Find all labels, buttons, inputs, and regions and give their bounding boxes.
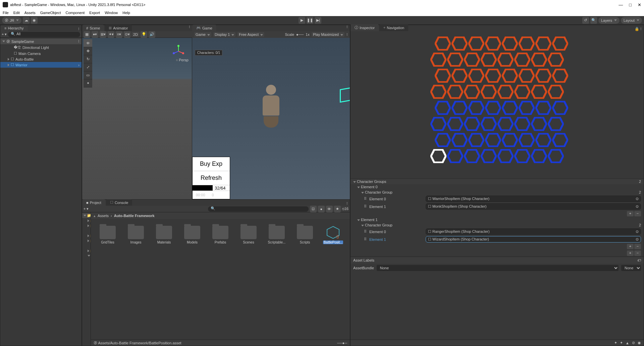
list-item[interactable]: ⠿Element 0 ☐ WarriorShopItem (Shop Chara… bbox=[351, 195, 644, 203]
cloud-icon[interactable]: ☁ bbox=[23, 17, 30, 24]
rotate-tool[interactable]: ↻ bbox=[84, 55, 92, 63]
add-button[interactable]: + bbox=[627, 211, 634, 216]
project-tree-item[interactable]: 📁 Fusion bbox=[82, 273, 91, 278]
breadcrumb-item[interactable]: Assets bbox=[98, 214, 109, 218]
menu-window[interactable]: Window bbox=[105, 11, 118, 15]
account-dropdown[interactable]: ⦿ JR bbox=[2, 17, 21, 24]
display-dropdown[interactable]: Display 1 bbox=[213, 32, 235, 37]
add-button[interactable]: + bbox=[627, 244, 634, 249]
hierarchy-search[interactable]: 🔍 All bbox=[8, 32, 80, 37]
tag-icon[interactable]: 🏷 bbox=[637, 258, 641, 262]
favorite-icon[interactable]: ● bbox=[318, 206, 325, 212]
asset-folder[interactable]: Scriptable... bbox=[267, 226, 287, 244]
object-picker-icon[interactable]: ⊙ bbox=[636, 237, 639, 241]
project-search[interactable]: 🔍 bbox=[208, 206, 309, 212]
scale-slider[interactable]: ●── bbox=[296, 32, 304, 37]
menu-export[interactable]: Export bbox=[89, 11, 100, 15]
icon[interactable]: ✦ bbox=[614, 341, 617, 345]
tab-hierarchy[interactable]: ≡ Hierarchy bbox=[0, 25, 28, 31]
element-1-header[interactable]: Element 1 bbox=[351, 217, 644, 222]
icon[interactable]: ◉ bbox=[638, 341, 641, 345]
asset-folder[interactable]: Materials bbox=[154, 226, 174, 244]
menu-icon[interactable]: ⁝ bbox=[346, 32, 348, 37]
project-tree-item[interactable]: 📁 Auto-Battle Framework bbox=[82, 213, 91, 218]
light-icon[interactable]: 💡 bbox=[141, 31, 147, 38]
aspect-dropdown[interactable]: Free Aspect bbox=[237, 32, 264, 37]
view-tool[interactable]: 👁 bbox=[84, 39, 92, 47]
project-tree-item[interactable]: 📁 Materials bbox=[82, 228, 91, 233]
shading-mode[interactable]: ●▾ bbox=[92, 31, 98, 38]
project-tree-item[interactable]: 📁 ScriptableObjects bbox=[82, 248, 91, 253]
step-button[interactable]: ▶| bbox=[315, 17, 321, 24]
project-tree-item[interactable]: 📁 Movement bbox=[82, 283, 91, 288]
play-mode-dropdown[interactable]: Play Maximized bbox=[312, 32, 344, 37]
hierarchy-item[interactable]: �立 Directional Light bbox=[0, 44, 82, 51]
search-icon[interactable]: 🔍 bbox=[590, 17, 597, 24]
refresh-button[interactable]: Refresh bbox=[193, 171, 230, 185]
rect-tool[interactable]: ▭ bbox=[84, 71, 92, 79]
history-icon[interactable]: ↺ bbox=[582, 17, 589, 24]
object-picker-icon[interactable]: ⊙ bbox=[636, 204, 639, 209]
scale-tool[interactable]: ⤢ bbox=[84, 63, 92, 71]
pause-button[interactable]: ❚❚ bbox=[307, 17, 313, 24]
asset-labels-header[interactable]: Asset Labels🏷 bbox=[351, 257, 644, 264]
project-tree-item[interactable]: 📁 GameActors bbox=[82, 278, 91, 283]
hidden-icon[interactable]: ★ bbox=[334, 206, 341, 212]
tab-console[interactable]: ☐ Console bbox=[106, 199, 132, 206]
scene-root[interactable]: ⦿ SampleGame⁝ bbox=[0, 39, 82, 44]
project-tree-item[interactable]: 📁 Images bbox=[82, 223, 91, 228]
create-dropdown[interactable]: + ▾ bbox=[2, 32, 7, 37]
asset-folder[interactable]: GridTiles bbox=[98, 226, 118, 244]
project-tree-item[interactable]: 📁 BattleUI bbox=[82, 263, 91, 268]
toolbar-btn[interactable]: ✦▾ bbox=[108, 31, 114, 38]
asset-scriptableobject[interactable]: {} BattlePosit... bbox=[323, 226, 343, 244]
asset-folder[interactable]: Models bbox=[182, 226, 202, 244]
hierarchy-item[interactable]: ☐ Main Camera bbox=[0, 51, 82, 56]
toolbar-btn[interactable]: ⊞▾ bbox=[100, 31, 106, 38]
asset-folder[interactable]: Scenes bbox=[238, 226, 259, 244]
play-button[interactable]: ▶ bbox=[299, 17, 305, 24]
icon[interactable]: ⊘ bbox=[632, 341, 635, 345]
bundle-ext-dropdown[interactable]: None bbox=[621, 265, 641, 271]
icon[interactable]: ✦ bbox=[620, 341, 623, 345]
remove-button[interactable]: − bbox=[634, 244, 641, 249]
persp-label[interactable]: ≡ Persp bbox=[176, 58, 189, 62]
create-dropdown[interactable]: + ▾ bbox=[84, 207, 89, 211]
tab-animator[interactable]: ⊞ Animator bbox=[105, 25, 132, 31]
object-picker-icon[interactable]: ⊙ bbox=[636, 197, 639, 201]
tab-scene[interactable]: # Scene bbox=[82, 25, 104, 31]
maximize-button[interactable]: □ bbox=[629, 2, 632, 7]
filter-icon[interactable]: ⊡ bbox=[310, 206, 317, 212]
toolbar-btn[interactable]: ⊙▾ bbox=[124, 31, 130, 38]
tab-inspector[interactable]: ⓘ Inspector bbox=[351, 24, 379, 31]
menu-file[interactable]: File bbox=[3, 11, 9, 15]
asset-folder[interactable]: Prefabs bbox=[210, 226, 230, 244]
icon[interactable]: ▲ bbox=[626, 341, 629, 345]
hierarchy-item-selected[interactable]: ☐ Warrior› bbox=[0, 62, 82, 68]
game-view[interactable]: Characters: 0/1 bbox=[192, 38, 350, 199]
character-group-header[interactable]: Character Group2 bbox=[351, 222, 644, 228]
menu-assets[interactable]: Assets bbox=[24, 11, 36, 15]
project-tree-item[interactable]: 📁 BattleBehaviour bbox=[82, 258, 91, 263]
object-picker-icon[interactable]: ⊙ bbox=[636, 229, 639, 234]
project-tree-item[interactable]: 📁 Scripts bbox=[82, 253, 91, 258]
game-mode-dropdown[interactable]: Game bbox=[194, 32, 211, 37]
layout-dropdown[interactable]: Layout bbox=[621, 17, 642, 24]
menu-gameobject[interactable]: GameObject bbox=[40, 11, 61, 15]
add-button[interactable]: + bbox=[627, 251, 634, 256]
list-item[interactable]: ⠿Element 1 ☐ MonkShopItem (Shop Characte… bbox=[351, 203, 644, 210]
transform-tool[interactable]: ✦ bbox=[84, 79, 92, 87]
tab-navigation[interactable]: ⌖ Navigation bbox=[379, 24, 408, 31]
move-tool[interactable]: ✥ bbox=[84, 47, 92, 55]
project-tree-item[interactable]: 📁 GridTiles bbox=[82, 218, 91, 223]
hierarchy-item[interactable]: ☐ Auto-Battle bbox=[0, 56, 82, 62]
bundle-dropdown[interactable]: None bbox=[377, 265, 619, 271]
minimize-button[interactable]: — bbox=[619, 2, 623, 7]
project-tree-item[interactable]: 📁 Scenes bbox=[82, 243, 91, 248]
project-tree-item[interactable]: 📁 Formulas bbox=[82, 268, 91, 273]
element-0-header[interactable]: Element 0 bbox=[351, 184, 644, 190]
audio-icon[interactable]: 🔊 bbox=[149, 31, 155, 38]
project-tree-item[interactable]: 📁 Models bbox=[82, 233, 91, 238]
breadcrumb-item[interactable]: Auto-Battle Framework bbox=[114, 214, 155, 218]
mode-2d[interactable]: 2D bbox=[132, 32, 139, 37]
